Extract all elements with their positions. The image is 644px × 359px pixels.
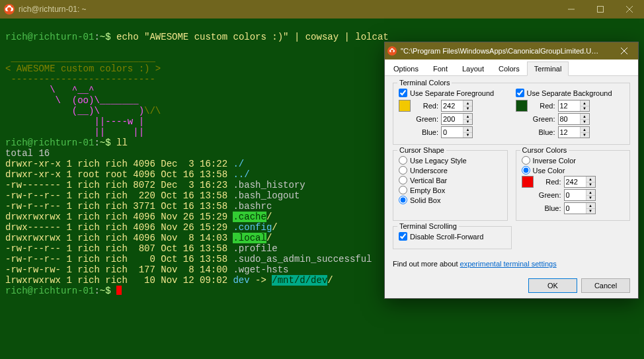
close-button[interactable] — [615, 0, 644, 19]
fg-green-input[interactable]: ▲▼ — [441, 113, 473, 125]
terminal-colors-group: Terminal Colors Use Separate Foreground … — [393, 83, 630, 145]
disable-scroll-forward-checkbox[interactable]: Disable Scroll-Forward — [399, 232, 506, 241]
dialog-titlebar: "C:\Program Files\WindowsApps\CanonicalG… — [385, 42, 638, 60]
bg-red-input[interactable]: ▲▼ — [558, 100, 590, 112]
bg-green-input[interactable]: ▲▼ — [558, 113, 590, 125]
cursor-color-swatch — [522, 176, 534, 188]
cursor-shape-underscore[interactable]: Underscore — [399, 166, 502, 175]
dialog-close-button[interactable] — [610, 42, 638, 60]
fg-blue-input[interactable]: ▲▼ — [441, 126, 473, 138]
close-icon — [626, 6, 633, 13]
bg-blue-input[interactable]: ▲▼ — [558, 126, 590, 138]
use-separate-foreground-checkbox[interactable]: Use Separate Foreground — [399, 89, 508, 97]
use-color-radio[interactable]: Use Color — [522, 166, 625, 175]
dialog-tabs: Options Font Layout Colors Terminal — [385, 60, 638, 76]
tab-colors[interactable]: Colors — [491, 61, 527, 76]
minimize-button[interactable] — [557, 0, 586, 19]
command-text: echo "AWESOME custom colors :)" | cowsay… — [116, 32, 389, 42]
tab-options[interactable]: Options — [386, 61, 426, 76]
ok-button[interactable]: OK — [528, 278, 577, 293]
close-icon — [621, 48, 627, 54]
cancel-button[interactable]: Cancel — [581, 278, 630, 293]
down-arrow-icon[interactable]: ▼ — [463, 106, 472, 112]
cursor — [116, 286, 122, 295]
use-separate-background-checkbox[interactable]: Use Separate Background — [516, 89, 625, 97]
cursor-colors-group: Cursor Colors Inverse Color Use Color Re… — [516, 150, 631, 221]
inverse-color-radio[interactable]: Inverse Color — [522, 156, 625, 165]
window-title: rich@richturn-01: ~ — [19, 5, 557, 14]
fg-red-input[interactable]: ▲▼ — [441, 100, 473, 112]
cursor-shape-empty-box[interactable]: Empty Box — [399, 186, 502, 194]
cursor-red-input[interactable]: ▲▼ — [564, 176, 596, 188]
cursor-shape-vertical-bar[interactable]: Vertical Bar — [399, 176, 502, 184]
ubuntu-icon — [387, 46, 397, 56]
cursor-shape-group: Cursor Shape Use Legacy StyleUnderscoreV… — [393, 150, 508, 221]
dialog-title: "C:\Program Files\WindowsApps\CanonicalG… — [401, 47, 610, 55]
terminal-scrolling-group: Terminal Scrolling Disable Scroll-Forwar… — [393, 226, 512, 249]
background-swatch — [516, 100, 528, 112]
minimize-icon — [568, 6, 575, 13]
cursor-blue-input[interactable]: ▲▼ — [564, 202, 596, 214]
svg-rect-0 — [598, 7, 604, 13]
ubuntu-icon — [4, 4, 15, 15]
maximize-icon — [597, 6, 604, 13]
cursor-shape-solid-box[interactable]: Solid Box — [399, 196, 502, 204]
tab-terminal[interactable]: Terminal — [527, 61, 569, 76]
tab-layout[interactable]: Layout — [455, 61, 491, 76]
cursor-green-input[interactable]: ▲▼ — [564, 189, 596, 201]
experimental-settings-link[interactable]: experimental terminal settings — [460, 260, 557, 268]
prompt-user: rich@richturn-01 — [5, 32, 94, 42]
cursor-shape-use-legacy-style[interactable]: Use Legacy Style — [399, 156, 502, 165]
properties-dialog: "C:\Program Files\WindowsApps\CanonicalG… — [384, 42, 639, 299]
foreground-swatch — [399, 100, 411, 112]
maximize-button[interactable] — [586, 0, 615, 19]
up-arrow-icon[interactable]: ▲ — [463, 100, 472, 106]
window-titlebar: rich@richturn-01: ~ — [0, 0, 644, 19]
tab-font[interactable]: Font — [426, 61, 455, 76]
